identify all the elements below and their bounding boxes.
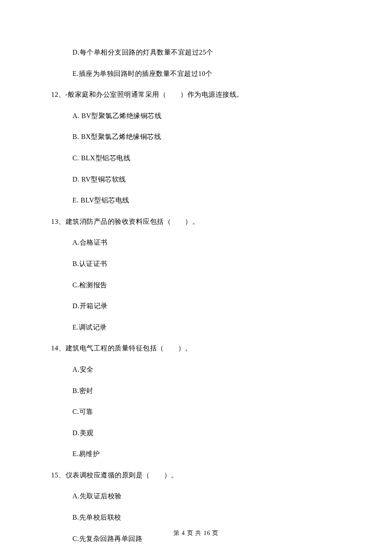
q15-option-a: A.先取证后校验: [72, 491, 341, 502]
q15-option-b: B.先单校后联校: [72, 512, 341, 523]
q13-option-a: A.合格证书: [72, 237, 341, 248]
q12-option-b: B. BX型聚氯乙烯绝缘铜芯线: [72, 131, 341, 142]
q14-option-e: E.易维护: [72, 448, 341, 460]
q12-option-c: C. BLX型铝芯电线: [72, 153, 341, 164]
page-footer: 第 4 页 共 16 页: [0, 529, 392, 538]
q14-option-a: A.安全: [72, 364, 341, 375]
q13-option-c: C.检测报告: [72, 280, 341, 291]
question-15: 15、仪表调校应遵循的原则是（ ）。: [51, 470, 341, 481]
q14-option-c: C.可靠: [72, 406, 341, 417]
question-14: 14、建筑电气工程的质量特征包括（ ）。: [51, 343, 341, 354]
q13-option-d: D.开箱记录: [72, 301, 341, 312]
q12-option-e: E. BLV型铝芯电线: [72, 195, 341, 206]
q13-option-e: E.调试记录: [72, 322, 341, 333]
prev-option-e: E.插座为单独回路时的插座数量不宜超过10个: [72, 68, 341, 79]
prev-option-d: D.每个单相分支回路的灯具数量不宜超过25个: [72, 47, 341, 58]
q12-option-d: D. RV型铜芯软线: [72, 174, 341, 185]
question-13: 13、建筑消防产品的验收资料应包括（ ）。: [51, 216, 341, 227]
exam-page: D.每个单相分支回路的灯具数量不宜超过25个 E.插座为单独回路时的插座数量不宜…: [0, 0, 392, 555]
question-12: 12、-般家庭和办公室照明通常采用（ ）作为电源连接线。: [51, 89, 341, 100]
q13-option-b: B.认证证书: [72, 258, 341, 269]
q14-option-d: D.美观: [72, 428, 341, 439]
q12-option-a: A. BV型聚氯乙烯绝缘铜芯线: [72, 110, 341, 121]
q14-option-b: B.密封: [72, 385, 341, 396]
